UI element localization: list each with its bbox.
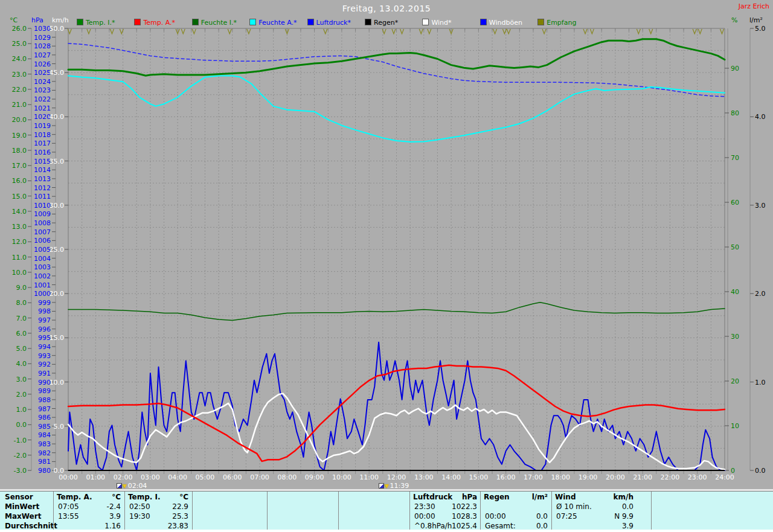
celsius-tick-label: 23.0: [4, 71, 27, 78]
celsius-tick-label: 5.0: [4, 345, 27, 352]
celsius-tick-label: 11.0: [4, 254, 27, 261]
hpa-tick-label: 1009: [30, 211, 51, 217]
table-separator: [651, 492, 652, 530]
celsius-tick-label: 21.0: [4, 101, 27, 108]
x-tick-label: 21:00: [629, 474, 656, 481]
empfang-mark: [693, 29, 696, 34]
celsius-tick-label: 3.0: [4, 376, 27, 383]
x-tick-label: 12:00: [383, 474, 410, 481]
hpa-tick-label: 1018: [30, 132, 51, 138]
hpa-tick-label: 1006: [30, 237, 51, 244]
hpa-tick-label: 984: [30, 432, 51, 438]
x-tick-label: 05:00: [191, 474, 218, 481]
table-col-unit-temp_a: °C: [57, 493, 121, 501]
table-separator: [267, 492, 268, 530]
hpa-tick-label: 997: [30, 317, 51, 324]
celsius-tick-label: -3.0: [4, 467, 27, 474]
celsius-tick-label: 17.0: [4, 162, 27, 169]
moonset-icon: [117, 483, 122, 489]
x-tick-label: 18:00: [547, 474, 574, 481]
kmh-tick-label: 15.0: [46, 335, 64, 341]
celsius-tick-label: 7.0: [4, 315, 27, 322]
hpa-tick-label: 1028: [30, 43, 51, 50]
empfang-mark: [120, 29, 123, 34]
hpa-tick-label: 983: [30, 441, 51, 447]
x-tick-label: 09:00: [301, 474, 328, 481]
empfang-mark: [87, 29, 91, 34]
x-tick-label: 13:00: [411, 474, 437, 481]
hpa-tick-label: 1002: [30, 273, 51, 280]
hpa-tick-label: 1017: [30, 140, 51, 147]
percent-tick-label: 50: [731, 244, 745, 251]
series-line-luftdruck: [68, 43, 725, 97]
hpa-tick-label: 994: [30, 344, 51, 350]
celsius-tick-label: 24.0: [4, 56, 27, 62]
kmh-tick-label: 25.0: [46, 246, 64, 253]
table-cell-value-wind: 0.0: [555, 502, 633, 511]
table-cell-value-temp_a: -2.4: [57, 502, 121, 511]
bottom-strip: [0, 530, 773, 532]
lm2-tick-label: 0.0: [755, 467, 771, 474]
empfang-mark: [542, 29, 546, 34]
x-tick-label: 08:00: [274, 474, 300, 481]
empfang-mark: [192, 29, 196, 34]
hpa-tick-label: 1019: [30, 123, 51, 129]
empfang-mark: [228, 29, 231, 34]
celsius-tick-label: -1.0: [4, 437, 27, 444]
celsius-tick-label: 22.0: [4, 86, 27, 93]
hpa-tick-label: 1024: [30, 79, 51, 85]
kmh-tick-label: 40.0: [46, 114, 64, 120]
hpa-tick-label: 991: [30, 370, 51, 377]
celsius-tick-label: 19.0: [4, 132, 27, 139]
x-tick-label: 01:00: [82, 474, 109, 481]
lm2-tick-label: 1.0: [755, 379, 771, 386]
x-tick-label: 22:00: [656, 474, 683, 481]
celsius-tick-label: 2.0: [4, 391, 27, 398]
percent-tick-label: 90: [731, 65, 745, 72]
celsius-tick-label: -2.0: [4, 452, 27, 459]
table-separator: [409, 492, 410, 530]
percent-tick-label: 40: [731, 289, 745, 295]
hpa-tick-label: 1012: [30, 185, 51, 191]
table-row-label: MinWert: [5, 502, 52, 511]
hpa-tick-label: 999: [30, 300, 51, 306]
empfang-mark: [247, 29, 251, 34]
empfang-mark: [583, 29, 587, 34]
table-cell-value-wind: 3.9: [555, 522, 633, 530]
table-cell-value-temp_a: 3.9: [57, 512, 121, 521]
x-tick-label: 07:00: [246, 474, 273, 481]
empfang-mark: [400, 29, 404, 34]
empfang-mark: [493, 29, 497, 34]
empfang-mark: [590, 29, 594, 34]
empfang-mark: [637, 29, 640, 34]
hpa-tick-label: 981: [30, 458, 51, 465]
hpa-tick-label: 986: [30, 414, 51, 421]
hpa-tick-label: 1023: [30, 87, 51, 94]
empfang-mark: [698, 29, 702, 34]
kmh-tick-label: 35.0: [46, 158, 64, 165]
celsius-tick-label: 25.0: [4, 40, 27, 47]
series-line-feuchte-i-: [68, 303, 725, 321]
celsius-tick-label: 1.0: [4, 406, 27, 413]
down-arrow-icon: ▼: [385, 483, 389, 489]
empfang-mark: [649, 29, 653, 34]
hpa-tick-label: 1016: [30, 149, 51, 156]
x-tick-label: 06:00: [219, 474, 246, 481]
x-tick-label: 15:00: [465, 474, 492, 481]
table-cell-value-wind: N 9.9: [555, 512, 633, 521]
x-tick-label: 04:00: [164, 474, 191, 481]
empfang-mark: [502, 29, 506, 34]
x-tick-label: 10:00: [329, 474, 355, 481]
percent-tick-label: 20: [731, 378, 745, 385]
hpa-tick-label: 988: [30, 397, 51, 403]
celsius-tick-label: 13.0: [4, 223, 27, 230]
x-tick-label: 14:00: [438, 474, 464, 481]
empfang-mark: [324, 29, 327, 34]
celsius-tick-label: 26.0: [4, 25, 27, 32]
table-separator: [551, 492, 552, 530]
down-arrow-icon: ▼: [123, 483, 127, 489]
table-cell-value-temp_i: 25.3: [128, 512, 188, 521]
hpa-tick-label: 993: [30, 353, 51, 359]
kmh-tick-label: 10.0: [46, 379, 64, 386]
hpa-tick-label: 998: [30, 308, 51, 315]
